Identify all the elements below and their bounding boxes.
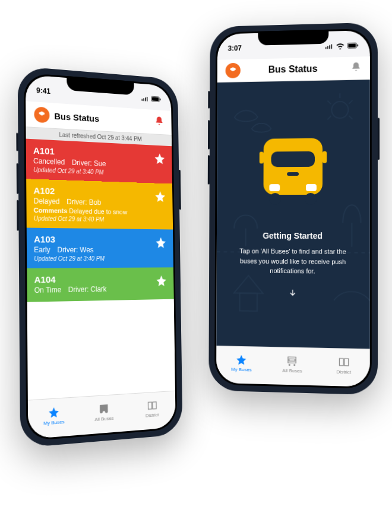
phone-mockup-right: 3:07 Bus Status bbox=[208, 23, 378, 395]
tab-bar: My Buses All Buses District bbox=[216, 346, 370, 387]
book-icon bbox=[338, 356, 350, 368]
header-title: Bus Status bbox=[268, 64, 318, 75]
app-header: Bus Status bbox=[217, 56, 370, 83]
svg-rect-2 bbox=[160, 99, 161, 100]
star-icon[interactable] bbox=[154, 190, 166, 205]
volume-down bbox=[208, 155, 210, 184]
svg-rect-12 bbox=[305, 184, 316, 191]
svg-point-14 bbox=[304, 193, 316, 205]
driver-label: Driver: bbox=[58, 246, 78, 254]
app-logo-icon bbox=[226, 63, 241, 78]
bus-id: A103 bbox=[34, 234, 167, 245]
svg-rect-4 bbox=[348, 44, 356, 48]
star-icon bbox=[48, 406, 60, 419]
driver-label: Driver: bbox=[72, 159, 92, 167]
star-icon[interactable] bbox=[155, 236, 167, 251]
status-icons bbox=[141, 95, 162, 102]
star-icon bbox=[236, 353, 248, 365]
status-time: 3:07 bbox=[228, 44, 242, 52]
svg-rect-10 bbox=[287, 172, 299, 176]
battery-icon bbox=[347, 42, 359, 48]
svg-rect-16 bbox=[323, 151, 327, 163]
bus-list[interactable]: A101 Cancelled Driver: Sue Updated Oct 2… bbox=[26, 139, 175, 400]
book-icon bbox=[147, 399, 158, 411]
driver-label: Driver: bbox=[67, 198, 87, 207]
svg-rect-11 bbox=[269, 184, 280, 191]
tab-label: District bbox=[336, 369, 351, 375]
power-button bbox=[179, 170, 181, 210]
side-button bbox=[208, 91, 210, 109]
driver-name: Sue bbox=[94, 159, 106, 168]
signal-icon bbox=[325, 43, 333, 49]
volume-down bbox=[17, 200, 18, 231]
tab-label: My Buses bbox=[43, 419, 64, 426]
status-time: 9:41 bbox=[36, 86, 50, 96]
comments-text: Delayed due to snow bbox=[69, 207, 127, 216]
app-logo-icon bbox=[34, 106, 49, 123]
phone-mockup-left: 9:41 Bus Status Last refreshed Oct 29 a bbox=[18, 66, 183, 448]
bell-icon[interactable] bbox=[154, 116, 164, 129]
bus-icon bbox=[286, 354, 298, 367]
svg-rect-5 bbox=[357, 45, 358, 46]
svg-rect-15 bbox=[259, 152, 263, 164]
volume-up bbox=[208, 120, 210, 149]
bus-updated: Updated Oct 29 at 3:40 PM bbox=[34, 255, 167, 262]
wifi-icon bbox=[336, 43, 344, 49]
app-screen-right: 3:07 Bus Status bbox=[216, 30, 370, 387]
tab-district[interactable]: District bbox=[128, 391, 176, 426]
svg-rect-1 bbox=[152, 97, 159, 101]
star-icon[interactable] bbox=[156, 274, 167, 289]
power-button bbox=[378, 118, 380, 160]
svg-point-13 bbox=[269, 193, 281, 205]
bus-illustration bbox=[254, 128, 331, 214]
tab-label: District bbox=[146, 412, 159, 419]
app-screen-left: 9:41 Bus Status Last refreshed Oct 29 a bbox=[26, 75, 176, 439]
tab-my-buses[interactable]: My Buses bbox=[28, 397, 80, 434]
comments-label: Comments bbox=[34, 207, 68, 214]
svg-point-6 bbox=[331, 102, 348, 118]
bus-status: Early bbox=[34, 246, 50, 254]
signal-icon bbox=[141, 95, 149, 102]
battery-icon bbox=[151, 96, 162, 103]
bus-status: Delayed bbox=[34, 197, 60, 205]
status-icons bbox=[325, 42, 359, 49]
arrow-down-icon bbox=[287, 288, 297, 300]
star-icon[interactable] bbox=[154, 152, 166, 167]
volume-up bbox=[17, 163, 18, 194]
side-button bbox=[16, 133, 18, 151]
svg-rect-9 bbox=[271, 151, 315, 167]
bus-updated: Updated Oct 29 at 3:40 PM bbox=[34, 215, 166, 224]
tab-label: My Buses bbox=[231, 366, 252, 372]
tab-my-buses[interactable]: My Buses bbox=[216, 346, 267, 379]
bus-icon bbox=[99, 402, 110, 415]
bus-row[interactable]: A101 Cancelled Driver: Sue Updated Oct 2… bbox=[26, 139, 172, 184]
bus-status: Cancelled bbox=[33, 157, 65, 166]
bell-icon[interactable] bbox=[350, 61, 361, 74]
tab-all-buses[interactable]: All Buses bbox=[267, 347, 318, 381]
tab-label: All Buses bbox=[94, 415, 113, 422]
tab-label: All Buses bbox=[282, 368, 302, 373]
driver-name: Clark bbox=[90, 285, 106, 293]
bus-row[interactable]: A103 Early Driver: Wes Updated Oct 29 at… bbox=[27, 228, 173, 268]
header-title: Bus Status bbox=[54, 110, 99, 124]
bus-row[interactable]: A104 On Time Driver: Clark bbox=[27, 267, 173, 302]
bus-row[interactable]: A102 Delayed Driver: Bob Comments Delaye… bbox=[26, 179, 173, 229]
onboarding-text: Tap on 'All Buses' to find and star the … bbox=[231, 246, 355, 277]
tab-district[interactable]: District bbox=[318, 349, 370, 382]
driver-name: Wes bbox=[80, 246, 93, 254]
bus-id: A104 bbox=[34, 273, 167, 284]
onboarding-screen: Getting Started Tap on 'All Buses' to fi… bbox=[216, 80, 369, 349]
tab-all-buses[interactable]: All Buses bbox=[79, 394, 128, 430]
bus-status: On Time bbox=[34, 286, 62, 294]
svg-rect-7 bbox=[239, 293, 257, 311]
driver-label: Driver: bbox=[68, 285, 89, 294]
onboarding-title: Getting Started bbox=[263, 231, 323, 240]
phone-notch bbox=[258, 30, 328, 46]
driver-name: Bob bbox=[89, 198, 102, 207]
